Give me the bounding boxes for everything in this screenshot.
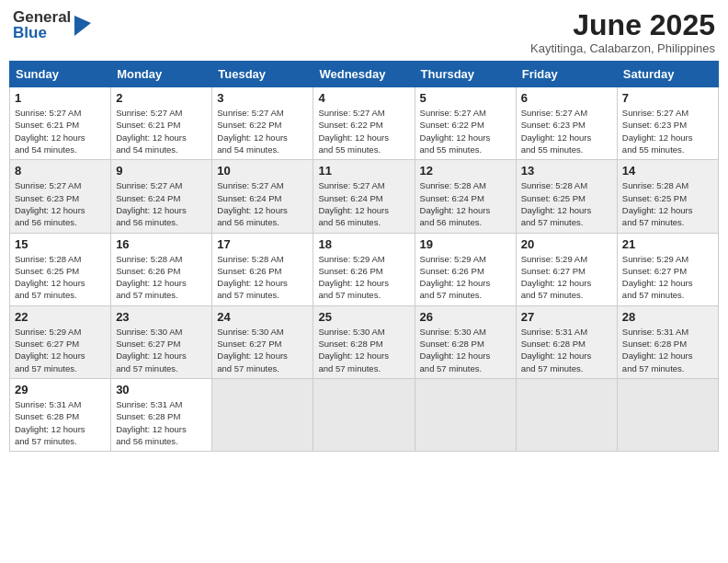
calendar-cell: 2Sunrise: 5:27 AM Sunset: 6:21 PM Daylig… xyxy=(111,87,212,160)
day-info: Sunrise: 5:28 AM Sunset: 6:24 PM Dayligh… xyxy=(420,179,511,228)
weekday-header-tuesday: Tuesday xyxy=(212,62,313,87)
day-info: Sunrise: 5:29 AM Sunset: 6:27 PM Dayligh… xyxy=(15,326,106,374)
day-info: Sunrise: 5:31 AM Sunset: 6:28 PM Dayligh… xyxy=(521,326,612,374)
day-number: 22 xyxy=(15,310,106,324)
weekday-header-friday: Friday xyxy=(516,62,617,87)
calendar-week-row: 22Sunrise: 5:29 AM Sunset: 6:27 PM Dayli… xyxy=(10,305,719,378)
calendar-cell xyxy=(212,378,313,451)
calendar-cell: 29Sunrise: 5:31 AM Sunset: 6:28 PM Dayli… xyxy=(10,378,111,451)
day-info: Sunrise: 5:29 AM Sunset: 6:26 PM Dayligh… xyxy=(318,253,409,302)
logo-blue: Blue xyxy=(13,25,71,40)
calendar-cell: 5Sunrise: 5:27 AM Sunset: 6:22 PM Daylig… xyxy=(415,87,516,160)
day-info: Sunrise: 5:29 AM Sunset: 6:27 PM Dayligh… xyxy=(622,253,713,302)
calendar-cell: 11Sunrise: 5:27 AM Sunset: 6:24 PM Dayli… xyxy=(313,160,415,233)
day-number: 23 xyxy=(116,310,207,324)
svg-marker-0 xyxy=(74,16,91,36)
calendar-cell: 4Sunrise: 5:27 AM Sunset: 6:22 PM Daylig… xyxy=(313,87,415,160)
day-number: 1 xyxy=(15,91,106,105)
calendar-week-row: 1Sunrise: 5:27 AM Sunset: 6:21 PM Daylig… xyxy=(10,87,719,160)
weekday-header-wednesday: Wednesday xyxy=(313,62,415,87)
calendar-cell: 25Sunrise: 5:30 AM Sunset: 6:28 PM Dayli… xyxy=(313,305,415,378)
calendar-cell xyxy=(415,378,516,451)
calendar-cell xyxy=(313,378,415,451)
calendar-cell xyxy=(516,378,617,451)
day-number: 28 xyxy=(622,310,713,324)
weekday-header-saturday: Saturday xyxy=(617,62,718,87)
day-number: 4 xyxy=(318,91,409,105)
calendar-week-row: 8Sunrise: 5:27 AM Sunset: 6:23 PM Daylig… xyxy=(10,160,719,233)
calendar-week-row: 29Sunrise: 5:31 AM Sunset: 6:28 PM Dayli… xyxy=(10,378,719,451)
day-number: 11 xyxy=(318,164,409,178)
calendar-cell: 6Sunrise: 5:27 AM Sunset: 6:23 PM Daylig… xyxy=(516,87,617,160)
day-info: Sunrise: 5:27 AM Sunset: 6:24 PM Dayligh… xyxy=(318,179,409,228)
day-number: 7 xyxy=(622,91,713,105)
day-info: Sunrise: 5:29 AM Sunset: 6:26 PM Dayligh… xyxy=(420,253,511,302)
day-info: Sunrise: 5:28 AM Sunset: 6:25 PM Dayligh… xyxy=(622,179,713,228)
calendar-cell: 3Sunrise: 5:27 AM Sunset: 6:22 PM Daylig… xyxy=(212,87,313,160)
title-block: June 2025 Kaytitinga, Calabarzon, Philip… xyxy=(530,9,715,55)
calendar-cell: 22Sunrise: 5:29 AM Sunset: 6:27 PM Dayli… xyxy=(10,305,111,378)
calendar-cell: 17Sunrise: 5:28 AM Sunset: 6:26 PM Dayli… xyxy=(212,233,313,305)
day-number: 18 xyxy=(318,237,409,251)
calendar-table: SundayMondayTuesdayWednesdayThursdayFrid… xyxy=(9,61,719,452)
day-info: Sunrise: 5:28 AM Sunset: 6:26 PM Dayligh… xyxy=(217,253,308,302)
day-info: Sunrise: 5:27 AM Sunset: 6:23 PM Dayligh… xyxy=(622,107,713,155)
day-number: 27 xyxy=(521,310,612,324)
calendar-cell: 30Sunrise: 5:31 AM Sunset: 6:28 PM Dayli… xyxy=(111,378,212,451)
calendar-cell: 18Sunrise: 5:29 AM Sunset: 6:26 PM Dayli… xyxy=(313,233,415,305)
day-info: Sunrise: 5:27 AM Sunset: 6:22 PM Dayligh… xyxy=(318,107,409,155)
day-info: Sunrise: 5:27 AM Sunset: 6:23 PM Dayligh… xyxy=(521,107,612,155)
calendar-cell: 16Sunrise: 5:28 AM Sunset: 6:26 PM Dayli… xyxy=(111,233,212,305)
day-number: 12 xyxy=(420,164,511,178)
calendar-cell: 24Sunrise: 5:30 AM Sunset: 6:27 PM Dayli… xyxy=(212,305,313,378)
weekday-header-sunday: Sunday xyxy=(10,62,111,87)
day-number: 8 xyxy=(15,164,106,178)
calendar-cell: 7Sunrise: 5:27 AM Sunset: 6:23 PM Daylig… xyxy=(617,87,718,160)
day-number: 21 xyxy=(622,237,713,251)
weekday-header-thursday: Thursday xyxy=(415,62,516,87)
calendar-cell: 27Sunrise: 5:31 AM Sunset: 6:28 PM Dayli… xyxy=(516,305,617,378)
calendar-cell: 28Sunrise: 5:31 AM Sunset: 6:28 PM Dayli… xyxy=(617,305,718,378)
day-number: 30 xyxy=(116,383,207,396)
logo: General Blue xyxy=(13,9,91,40)
calendar-cell: 23Sunrise: 5:30 AM Sunset: 6:27 PM Dayli… xyxy=(111,305,212,378)
calendar-cell: 15Sunrise: 5:28 AM Sunset: 6:25 PM Dayli… xyxy=(10,233,111,305)
day-info: Sunrise: 5:27 AM Sunset: 6:21 PM Dayligh… xyxy=(15,107,106,155)
day-number: 29 xyxy=(15,383,106,396)
day-info: Sunrise: 5:30 AM Sunset: 6:27 PM Dayligh… xyxy=(217,326,308,374)
day-number: 13 xyxy=(521,164,612,178)
location: Kaytitinga, Calabarzon, Philippines xyxy=(530,41,715,55)
day-info: Sunrise: 5:27 AM Sunset: 6:21 PM Dayligh… xyxy=(116,107,207,155)
day-number: 5 xyxy=(420,91,511,105)
calendar-cell: 9Sunrise: 5:27 AM Sunset: 6:24 PM Daylig… xyxy=(111,160,212,233)
day-info: Sunrise: 5:30 AM Sunset: 6:28 PM Dayligh… xyxy=(318,326,409,374)
day-number: 6 xyxy=(521,91,612,105)
calendar-cell: 13Sunrise: 5:28 AM Sunset: 6:25 PM Dayli… xyxy=(516,160,617,233)
calendar-cell: 8Sunrise: 5:27 AM Sunset: 6:23 PM Daylig… xyxy=(10,160,111,233)
day-number: 10 xyxy=(217,164,308,178)
weekday-header-row: SundayMondayTuesdayWednesdayThursdayFrid… xyxy=(10,62,719,87)
day-number: 17 xyxy=(217,237,308,251)
day-number: 2 xyxy=(116,91,207,105)
day-number: 16 xyxy=(116,237,207,251)
day-info: Sunrise: 5:28 AM Sunset: 6:25 PM Dayligh… xyxy=(15,253,106,302)
calendar-week-row: 15Sunrise: 5:28 AM Sunset: 6:25 PM Dayli… xyxy=(10,233,719,305)
day-info: Sunrise: 5:31 AM Sunset: 6:28 PM Dayligh… xyxy=(15,398,106,447)
page-header: General Blue June 2025 Kaytitinga, Calab… xyxy=(9,9,719,55)
day-number: 3 xyxy=(217,91,308,105)
month-title: June 2025 xyxy=(530,9,715,41)
day-number: 26 xyxy=(420,310,511,324)
calendar-cell: 19Sunrise: 5:29 AM Sunset: 6:26 PM Dayli… xyxy=(415,233,516,305)
calendar-cell: 26Sunrise: 5:30 AM Sunset: 6:28 PM Dayli… xyxy=(415,305,516,378)
day-number: 24 xyxy=(217,310,308,324)
day-info: Sunrise: 5:27 AM Sunset: 6:23 PM Dayligh… xyxy=(15,179,106,228)
day-info: Sunrise: 5:30 AM Sunset: 6:27 PM Dayligh… xyxy=(116,326,207,374)
day-info: Sunrise: 5:29 AM Sunset: 6:27 PM Dayligh… xyxy=(521,253,612,302)
calendar-cell xyxy=(617,378,718,451)
calendar-cell: 21Sunrise: 5:29 AM Sunset: 6:27 PM Dayli… xyxy=(617,233,718,305)
day-info: Sunrise: 5:28 AM Sunset: 6:26 PM Dayligh… xyxy=(116,253,207,302)
day-number: 9 xyxy=(116,164,207,178)
calendar-cell: 20Sunrise: 5:29 AM Sunset: 6:27 PM Dayli… xyxy=(516,233,617,305)
day-number: 14 xyxy=(622,164,713,178)
calendar-cell: 12Sunrise: 5:28 AM Sunset: 6:24 PM Dayli… xyxy=(415,160,516,233)
